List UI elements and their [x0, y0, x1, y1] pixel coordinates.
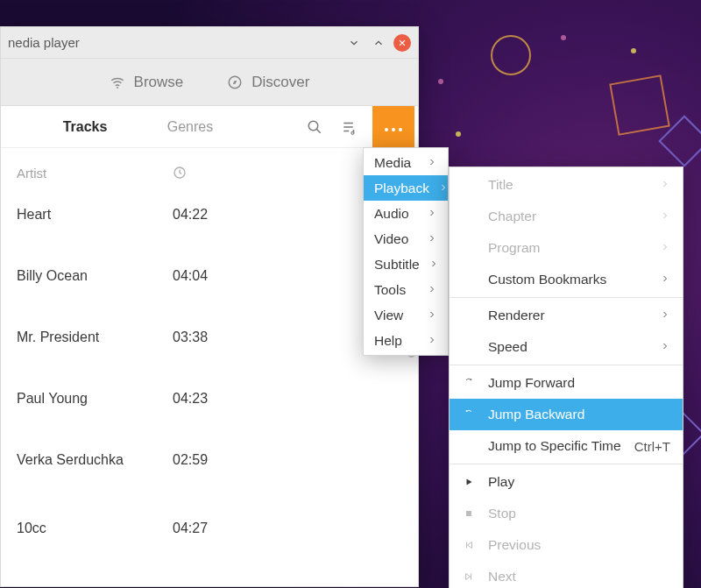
close-button[interactable]: [393, 34, 411, 52]
chevron-right-icon: [660, 339, 670, 355]
track-row[interactable]: Paul Young 04:23: [17, 391, 402, 452]
track-duration: 04:22: [173, 207, 225, 223]
track-list: Heart 04:22 Billy Ocean 04:04 Mr. Presid…: [1, 193, 418, 582]
wifi-icon: [110, 74, 125, 90]
chevron-right-icon: [427, 206, 437, 222]
track-artist: Verka Serduchka: [17, 452, 173, 468]
menu-renderer[interactable]: Renderer: [450, 300, 683, 331]
nav-discover-label: Discover: [251, 74, 309, 91]
track-row[interactable]: Heart 04:22: [17, 207, 402, 268]
track-duration: 02:59: [173, 452, 225, 468]
menu-video[interactable]: Video: [364, 226, 448, 251]
svg-point-3: [351, 131, 354, 134]
menu-playback-sub: Title Chapter Program Custom Bookmarks R…: [449, 166, 683, 588]
search-button[interactable]: [297, 110, 332, 145]
menu-chapter: Chapter: [450, 201, 683, 232]
chevron-right-icon: [660, 209, 670, 224]
svg-rect-5: [466, 511, 471, 516]
menu-play[interactable]: Play: [450, 466, 683, 498]
ellipsis-icon: [383, 119, 404, 135]
chevron-right-icon: [660, 177, 670, 193]
minimize-button[interactable]: [344, 33, 364, 53]
track-artist: Billy Ocean: [17, 268, 173, 284]
media-player-window: nedia player Browse Discover Tracks Genr…: [0, 26, 419, 587]
track-artist: Heart: [17, 207, 173, 223]
chevron-right-icon: [660, 240, 670, 256]
track-row[interactable]: Verka Serduchka 02:59: [17, 452, 402, 521]
clock-icon: [173, 166, 187, 180]
chevron-right-icon: [428, 257, 439, 273]
menu-separator: [450, 297, 683, 298]
svg-point-0: [117, 87, 118, 89]
track-duration: 04:27: [173, 521, 225, 536]
track-row[interactable]: Billy Ocean 04:04: [17, 268, 402, 329]
menu-subtitle[interactable]: Subtitle: [364, 251, 448, 277]
menu-title: Title: [450, 169, 683, 201]
menu-shortcut: Ctrl+T: [634, 439, 670, 454]
menu-view[interactable]: View: [364, 302, 448, 328]
menu-separator: [450, 464, 683, 464]
menu-previous: Previous: [450, 529, 683, 561]
titlebar[interactable]: nedia player: [1, 27, 418, 59]
tab-bar: Tracks Genres: [1, 106, 418, 148]
more-button[interactable]: [372, 106, 414, 148]
menu-media[interactable]: Media: [364, 150, 448, 175]
menu-main: Media Playback Audio Video Subtitle Tool…: [363, 147, 449, 356]
previous-icon: [462, 538, 476, 552]
top-nav: Browse Discover: [1, 59, 418, 106]
search-icon: [307, 119, 322, 135]
close-icon: [398, 39, 407, 47]
menu-program: Program: [450, 232, 683, 264]
menu-jump-specific[interactable]: Jump to Specific TimeCtrl+T: [450, 430, 683, 462]
track-row[interactable]: Mr. President 03:38: [17, 329, 402, 391]
header-duration[interactable]: [173, 166, 225, 181]
chevron-right-icon: [427, 282, 437, 298]
jump-forward-icon: [462, 376, 476, 390]
track-list-header: Artist: [1, 148, 418, 193]
header-artist[interactable]: Artist: [17, 166, 173, 181]
jump-backward-icon: [462, 407, 476, 422]
chevron-right-icon: [427, 308, 437, 323]
chevron-right-icon: [427, 333, 437, 349]
menu-jump-backward[interactable]: Jump Backward: [450, 399, 683, 430]
play-icon: [462, 475, 476, 489]
nav-browse[interactable]: Browse: [110, 74, 184, 91]
compass-icon: [227, 74, 243, 90]
menu-custom-bookmarks[interactable]: Custom Bookmarks: [450, 264, 683, 295]
chevron-up-icon: [372, 37, 385, 49]
track-duration: 04:04: [173, 268, 225, 284]
tab-tracks[interactable]: Tracks: [32, 119, 138, 135]
chevron-right-icon: [660, 308, 670, 323]
playlist-icon: [342, 119, 358, 135]
track-duration: 03:38: [173, 329, 225, 345]
svg-point-2: [308, 121, 318, 131]
menu-jump-forward[interactable]: Jump Forward: [450, 367, 683, 399]
menu-separator: [450, 365, 683, 365]
maximize-button[interactable]: [369, 33, 388, 53]
menu-stop: Stop: [450, 498, 683, 529]
menu-speed[interactable]: Speed: [450, 331, 683, 363]
tab-genres[interactable]: Genres: [138, 119, 243, 135]
track-duration: 04:23: [173, 391, 225, 407]
nav-browse-label: Browse: [134, 74, 184, 91]
stop-icon: [462, 507, 476, 521]
chevron-right-icon: [660, 272, 670, 287]
chevron-down-icon: [348, 37, 360, 49]
queue-button[interactable]: [332, 110, 367, 145]
track-artist: Paul Young: [17, 391, 173, 407]
nav-discover[interactable]: Discover: [227, 74, 309, 91]
menu-tools[interactable]: Tools: [364, 277, 448, 302]
menu-audio[interactable]: Audio: [364, 201, 448, 226]
window-title: nedia player: [8, 35, 339, 50]
menu-help[interactable]: Help: [364, 328, 448, 353]
chevron-right-icon: [427, 155, 437, 171]
chevron-right-icon: [438, 181, 449, 196]
track-artist: 10cc: [17, 521, 173, 536]
chevron-right-icon: [427, 231, 437, 247]
next-icon: [462, 570, 476, 584]
menu-next: Next: [450, 561, 683, 588]
track-row[interactable]: 10cc 04:27: [17, 521, 402, 582]
menu-playback[interactable]: Playback: [364, 175, 448, 201]
track-artist: Mr. President: [17, 329, 173, 345]
